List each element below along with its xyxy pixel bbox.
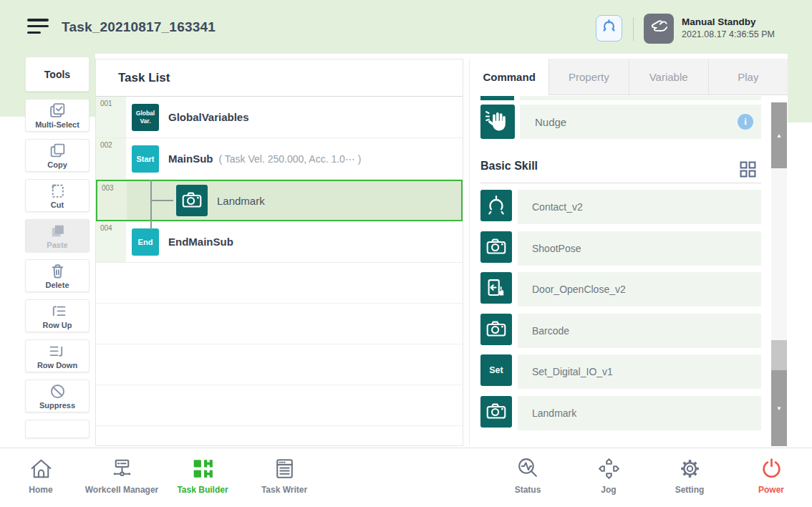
scroll-up-icon[interactable]: ▲ bbox=[771, 102, 787, 168]
empty-task-row[interactable] bbox=[96, 344, 463, 385]
partial-item-icon bbox=[480, 96, 514, 100]
partial-item-bar bbox=[520, 96, 761, 100]
tool-cut-button[interactable]: Cut bbox=[25, 179, 90, 212]
section-divider bbox=[480, 183, 761, 183]
skill-item-set-digital-io[interactable]: Set Set_Digital_IO_v1 bbox=[470, 354, 788, 389]
task-list-header: Task List bbox=[96, 59, 463, 97]
tool-label: Copy bbox=[47, 160, 67, 169]
gripper-icon bbox=[480, 190, 512, 221]
tool-row-up-button[interactable]: Row Up bbox=[25, 299, 90, 332]
panel-scrollbar[interactable]: ▲ ▼ bbox=[771, 95, 787, 446]
copy-icon bbox=[49, 142, 67, 160]
tool-multi-select-button[interactable]: Multi-Select bbox=[25, 99, 90, 132]
start-badge: Start bbox=[132, 145, 159, 173]
command-item-nudge[interactable]: Nudge i bbox=[520, 105, 761, 139]
task-row-params: ( Task Vel. 250.000, Acc. 1.0⋯ ) bbox=[219, 153, 362, 165]
skill-label: ShootPose bbox=[518, 243, 581, 254]
skill-label: Barcode bbox=[518, 325, 569, 337]
waving-hand-icon bbox=[480, 105, 515, 139]
skill-item-barcode[interactable]: Barcode bbox=[470, 314, 788, 348]
suppress-icon bbox=[49, 382, 67, 400]
gripper-tool-button[interactable] bbox=[596, 15, 622, 42]
grid-view-icon[interactable] bbox=[740, 161, 756, 178]
task-row-label: Landmark bbox=[217, 195, 265, 207]
tree-connector-vertical bbox=[150, 180, 152, 230]
row-number: 001 bbox=[100, 100, 112, 107]
task-row-label: EndMainSub bbox=[168, 236, 233, 248]
nav-power[interactable]: Power bbox=[721, 455, 812, 495]
empty-task-row[interactable] bbox=[96, 263, 463, 304]
tools-header: Tools bbox=[25, 57, 90, 92]
tool-label: Row Up bbox=[43, 321, 72, 329]
task-row-mainsub[interactable]: 002 Start MainSub ( Task Vel. 250.000, A… bbox=[96, 138, 463, 180]
trash-icon bbox=[49, 262, 67, 280]
skill-label: Contact_v2 bbox=[518, 201, 583, 213]
camera-icon bbox=[176, 185, 208, 216]
page-title: Task_20210817_163341 bbox=[62, 19, 216, 35]
tool-label: Row Down bbox=[37, 361, 77, 370]
scroll-down-icon[interactable]: ▼ bbox=[771, 370, 787, 446]
task-list-panel: Task List 001 GlobalVar. GlobalVariables… bbox=[95, 59, 463, 446]
tools-sidebar: Tools Multi-Select Copy Cut bbox=[25, 57, 90, 438]
manual-mode-button[interactable] bbox=[644, 14, 674, 44]
tab-property[interactable]: Property bbox=[548, 59, 628, 95]
task-writer-icon bbox=[234, 455, 334, 482]
camera-icon bbox=[480, 314, 512, 345]
row-down-icon bbox=[49, 342, 67, 360]
bottom-navigation: Home Workcell Manager bbox=[0, 448, 812, 507]
empty-task-row[interactable] bbox=[96, 304, 463, 344]
tool-label: Multi-Select bbox=[35, 120, 79, 129]
task-row-landmark-selected[interactable]: 003 Landmark bbox=[96, 180, 463, 221]
tab-play[interactable]: Play bbox=[708, 59, 788, 95]
skill-item-shootpose[interactable]: ShootPose bbox=[470, 231, 788, 266]
tool-delete-button[interactable]: Delete bbox=[25, 259, 90, 292]
tab-variable[interactable]: Variable bbox=[629, 59, 708, 95]
skill-item-landmark[interactable]: Landmark bbox=[470, 396, 788, 430]
paste-icon bbox=[49, 222, 67, 240]
tool-row-down-button[interactable]: Row Down bbox=[25, 339, 90, 372]
tool-paste-button[interactable]: Paste bbox=[25, 219, 90, 252]
row-number: 003 bbox=[102, 184, 114, 192]
gripper-icon bbox=[600, 18, 618, 39]
tool-card-partial bbox=[25, 420, 90, 438]
scrollbar-thumb[interactable] bbox=[771, 340, 787, 370]
nav-label: Task Writer bbox=[234, 485, 334, 495]
camera-icon bbox=[480, 231, 512, 263]
header-bar: Task_20210817_163341 Manual Standby 2021… bbox=[0, 0, 812, 54]
task-row-globalvariables[interactable]: 001 GlobalVar. GlobalVariables bbox=[96, 97, 463, 138]
nav-task-writer[interactable]: Task Writer bbox=[234, 455, 334, 495]
command-panel: Command Property Variable Play bbox=[469, 59, 788, 446]
background-accent bbox=[788, 54, 812, 122]
skill-label: Landmark bbox=[518, 407, 576, 419]
global-var-badge: GlobalVar. bbox=[132, 104, 159, 131]
tools-title: Tools bbox=[44, 69, 70, 80]
tool-copy-button[interactable]: Copy bbox=[25, 139, 90, 172]
nav-label: Power bbox=[721, 485, 812, 495]
command-item-label: Nudge bbox=[520, 116, 566, 128]
status-timestamp: 2021.08.17 4:36:55 PM bbox=[682, 29, 775, 41]
set-badge: Set bbox=[480, 354, 512, 386]
tool-label: Delete bbox=[45, 281, 69, 289]
end-badge: End bbox=[132, 228, 159, 256]
row-number: 002 bbox=[100, 141, 112, 149]
skill-item-door-openclose[interactable]: Door_OpenClose_v2 bbox=[470, 272, 788, 306]
tree-connector-horizontal bbox=[150, 200, 173, 201]
skill-item-contact[interactable]: Contact_v2 bbox=[470, 190, 788, 224]
door-hand-icon bbox=[480, 272, 512, 304]
row-up-icon bbox=[49, 302, 67, 320]
right-panel-tabs: Command Property Variable Play bbox=[470, 59, 788, 95]
status-mode-label: Manual Standby bbox=[682, 16, 775, 29]
cut-icon bbox=[49, 182, 67, 200]
task-list-title: Task List bbox=[96, 71, 170, 85]
skill-label: Door_OpenClose_v2 bbox=[518, 284, 626, 295]
tool-suppress-button[interactable]: Suppress bbox=[25, 380, 90, 412]
header-divider bbox=[633, 17, 634, 41]
empty-task-row[interactable] bbox=[96, 385, 463, 426]
row-number: 004 bbox=[100, 224, 112, 232]
command-panel-content: Nudge i Basic Skill Contact_v2 bbox=[470, 95, 788, 446]
task-row-label: GlobalVariables bbox=[168, 111, 249, 123]
info-icon[interactable]: i bbox=[738, 114, 753, 130]
power-icon bbox=[721, 455, 812, 482]
tab-command[interactable]: Command bbox=[470, 59, 548, 95]
hamburger-menu-icon[interactable] bbox=[27, 19, 49, 37]
